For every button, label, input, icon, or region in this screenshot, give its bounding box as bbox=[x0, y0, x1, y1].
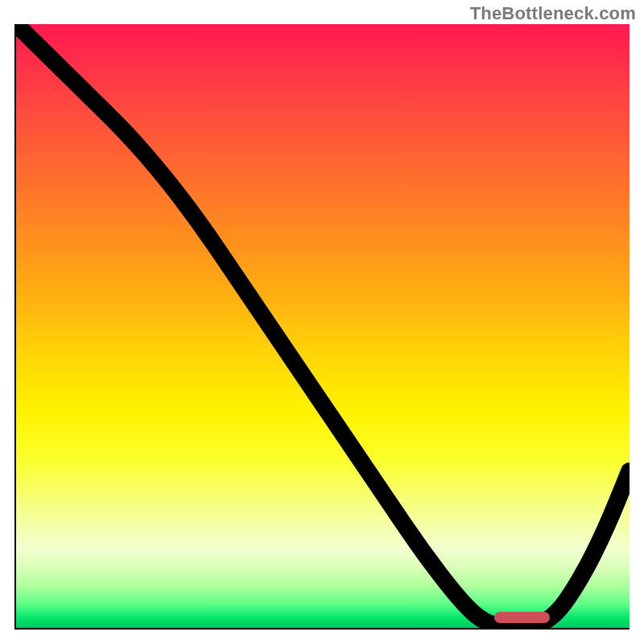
plot-area bbox=[14, 24, 630, 630]
bottleneck-curve bbox=[16, 24, 630, 628]
optimal-range-bar bbox=[494, 612, 550, 623]
chart-canvas: TheBottleneck.com bbox=[0, 0, 644, 644]
attribution-text: TheBottleneck.com bbox=[470, 3, 636, 24]
curve-path bbox=[16, 24, 630, 628]
